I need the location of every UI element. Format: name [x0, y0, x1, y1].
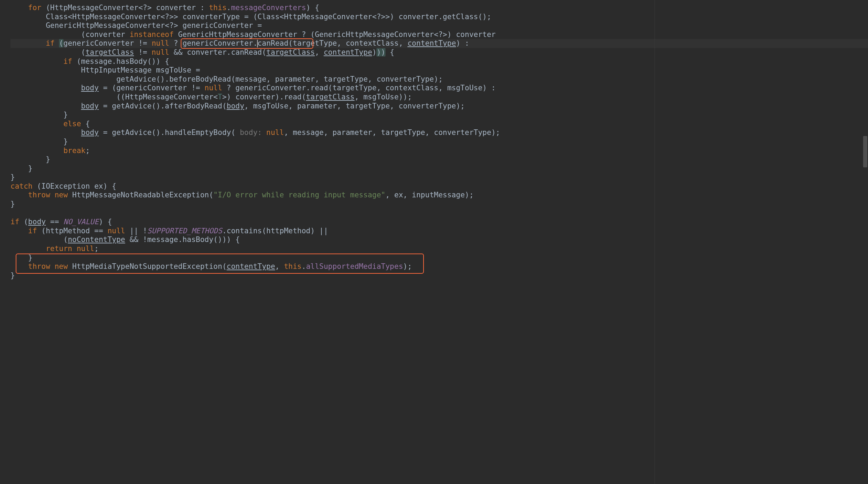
code-line[interactable]: HttpInputMessage msgToUse = — [10, 66, 868, 75]
code-token: , — [275, 262, 284, 271]
code-token: null — [152, 48, 170, 56]
code-token: instanceof — [129, 30, 173, 39]
code-token: ) { — [306, 3, 319, 12]
code-line[interactable]: } — [10, 155, 868, 164]
code-token: contentType — [407, 39, 456, 47]
code-token: .contains(httpMethod) || — [222, 227, 328, 235]
code-token: body — [81, 102, 99, 110]
code-token: if — [63, 57, 72, 66]
code-token: ( — [81, 48, 85, 56]
code-token: else — [63, 120, 81, 128]
code-token: contentType — [227, 262, 275, 271]
code-token: for — [28, 3, 42, 12]
code-token: NO_VALUE — [63, 218, 99, 226]
code-line[interactable]: } — [10, 173, 868, 182]
code-token: ); — [403, 262, 412, 271]
code-token: ) — [376, 48, 381, 56]
code-token: (message.hasBody()) { — [72, 57, 169, 66]
code-token: , ex, inputMessage); — [386, 191, 474, 199]
code-token: null — [152, 39, 170, 47]
code-line[interactable]: ((HttpMessageConverter<T>) converter).re… — [10, 93, 868, 102]
code-token: if — [46, 39, 54, 47]
code-token: T — [218, 93, 222, 101]
code-token: } — [10, 200, 15, 208]
code-line[interactable]: } — [10, 111, 868, 120]
code-token: null — [266, 128, 284, 137]
code-token: body — [28, 218, 46, 226]
code-line[interactable]: return null; — [10, 244, 868, 254]
code-token: catch — [10, 182, 32, 190]
code-token: SUPPORTED_METHODS — [147, 227, 222, 235]
code-token: if — [10, 218, 19, 226]
code-token: } — [28, 164, 33, 173]
code-token: canRead(targetType, contextClass, — [257, 39, 407, 47]
code-token: == — [46, 218, 63, 226]
code-line[interactable]: (converter instanceof GenericHttpMessage… — [10, 30, 868, 39]
code-token: ) : — [456, 39, 469, 47]
code-token: || ! — [125, 227, 147, 235]
code-token: Class<HttpMessageConverter<?>> converter… — [46, 13, 491, 21]
code-token: && !message.hasBody())) { — [125, 235, 240, 244]
code-token: } — [10, 173, 15, 181]
code-token: } — [28, 254, 33, 262]
code-token: ( — [19, 218, 28, 226]
code-token: targetClass — [85, 48, 134, 56]
code-line[interactable]: throw new HttpMessageNotReadableExceptio… — [10, 191, 868, 200]
code-token: targetClass — [266, 48, 315, 56]
code-token: messageConverters — [231, 3, 306, 12]
code-token: allSupportedMediaTypes — [306, 262, 403, 271]
code-line[interactable]: break; — [10, 146, 868, 156]
code-line[interactable]: catch (IOException ex) { — [10, 182, 868, 191]
code-token: , msgToUse)); — [354, 93, 412, 101]
code-line[interactable]: } — [10, 137, 868, 146]
code-line[interactable]: Class<HttpMessageConverter<?>> converter… — [10, 13, 868, 22]
code-line[interactable]: body = getAdvice().handleEmptyBody( body… — [10, 128, 868, 137]
code-token: (IOException ex) { — [32, 182, 116, 190]
code-token: . — [227, 3, 231, 12]
code-token: HttpInputMessage msgToUse = — [81, 66, 200, 74]
code-line[interactable]: for (HttpMessageConverter<?> converter :… — [10, 3, 868, 13]
code-line[interactable]: } — [10, 200, 868, 209]
code-token: && converter.canRead( — [169, 48, 266, 56]
code-token: } — [46, 155, 50, 164]
code-token — [54, 39, 59, 47]
code-editor[interactable]: for (HttpMessageConverter<?> converter :… — [0, 0, 868, 280]
code-line[interactable]: if (httpMethod == null || !SUPPORTED_MET… — [10, 227, 868, 236]
code-token: (httpMethod == — [37, 227, 107, 235]
code-line[interactable]: if (message.hasBody()) { — [10, 57, 868, 66]
code-token: targetClass — [306, 93, 354, 101]
code-token: body — [227, 102, 245, 110]
code-token: body: — [240, 128, 262, 137]
code-token: ? genericConverter. — [169, 39, 257, 47]
code-line[interactable]: (targetClass != null && converter.canRea… — [10, 48, 868, 57]
code-token: } — [63, 111, 68, 119]
code-token: ) — [372, 48, 377, 56]
scrollbar-thumb[interactable] — [863, 136, 867, 167]
code-line[interactable]: if (body == NO_VALUE) { — [10, 218, 868, 227]
code-token: ( — [63, 235, 68, 244]
code-token: HttpMediaTypeNotSupportedException( — [68, 262, 226, 271]
code-line[interactable]: GenericHttpMessageConverter<?> genericCo… — [10, 21, 868, 30]
code-token: if — [28, 227, 37, 235]
code-token: null — [107, 227, 125, 235]
code-line[interactable]: } — [10, 271, 868, 280]
code-line[interactable]: body = (genericConverter != null ? gener… — [10, 84, 868, 93]
code-token: genericConverter != — [63, 39, 152, 47]
code-line[interactable]: else { — [10, 120, 868, 129]
code-token: , — [315, 48, 323, 56]
code-line[interactable] — [10, 209, 868, 218]
code-token: contentType — [324, 48, 372, 56]
code-line[interactable]: body = getAdvice().afterBodyRead(body, m… — [10, 102, 868, 111]
code-line[interactable]: } — [10, 164, 868, 173]
code-token: ((HttpMessageConverter< — [116, 93, 218, 101]
code-line[interactable]: } — [10, 254, 868, 263]
code-line[interactable]: if (genericConverter != null ? genericCo… — [10, 39, 868, 48]
code-line[interactable]: throw new HttpMediaTypeNotSupportedExcep… — [10, 262, 868, 271]
code-token: ; — [85, 146, 90, 155]
code-token: this — [209, 3, 227, 12]
scrollbar-track[interactable] — [862, 0, 867, 484]
code-line[interactable]: (noContentType && !message.hasBody())) { — [10, 235, 868, 244]
code-line[interactable]: getAdvice().beforeBodyRead(message, para… — [10, 75, 868, 84]
code-token: GenericHttpMessageConverter<?> genericCo… — [46, 21, 262, 30]
code-token: "I/O error while reading input message" — [214, 191, 386, 199]
